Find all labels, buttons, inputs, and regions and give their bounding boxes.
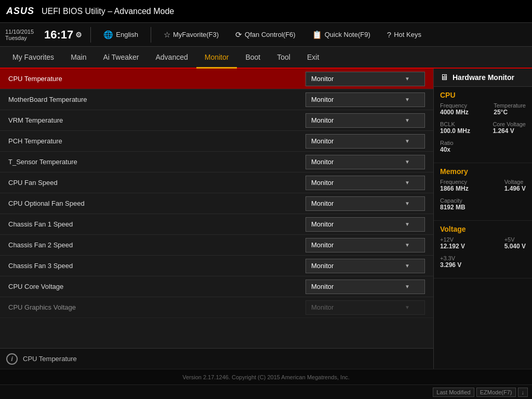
- row-select-chassis3-fan[interactable]: Monitor ▼: [305, 259, 425, 273]
- row-label-cpu-core-voltage: CPU Core Voltage: [8, 283, 305, 290]
- chevron-down-icon: ▼: [405, 138, 410, 144]
- memory-freq-row: Frequency 1866 MHz Voltage 1.496 V: [440, 179, 526, 195]
- row-select-cpu-graphics-voltage[interactable]: Monitor ▼: [305, 300, 425, 315]
- chevron-down-icon: ▼: [405, 304, 410, 310]
- row-label-cpu-temp: CPU Temperature: [8, 75, 305, 83]
- cpu-freq-row: Frequency 4000 MHz Temperature 25°C: [440, 102, 526, 119]
- nav-main[interactable]: Main: [62, 47, 95, 69]
- nav-ai-tweaker[interactable]: Ai Tweaker: [95, 47, 147, 69]
- voltage-5v-label: +5V: [504, 236, 526, 243]
- table-row[interactable]: CPU Optional Fan Speed Monitor ▼: [0, 193, 433, 214]
- table-row[interactable]: Chassis Fan 2 Speed Monitor ▼: [0, 235, 433, 256]
- footer: Version 2.17.1246. Copyright (C) 2015 Am…: [0, 369, 532, 384]
- row-select-cpu-fan[interactable]: Monitor ▼: [305, 176, 425, 190]
- row-label-tsensor-temp: T_Sensor Temperature: [8, 158, 305, 166]
- cpu-frequency-label: Frequency: [440, 102, 469, 109]
- qfan-button[interactable]: ⟳ Qfan Control(F6): [231, 28, 300, 42]
- hardware-monitor-header: 🖥 Hardware Monitor: [434, 69, 532, 87]
- cpu-ratio-value: 40x: [440, 146, 454, 153]
- navbar: My Favorites Main Ai Tweaker Advanced Mo…: [0, 47, 532, 69]
- memory-frequency-label: Frequency: [440, 179, 469, 185]
- cpu-core-voltage-label: Core Voltage: [493, 121, 526, 127]
- bottom-toolbar: Last Modified EZMode(F7) ↓: [0, 384, 532, 399]
- row-select-chassis1-fan[interactable]: Monitor ▼: [305, 217, 425, 232]
- table-row[interactable]: CPU Core Voltage Monitor ▼: [0, 276, 433, 297]
- cpu-section-title: CPU: [440, 91, 526, 99]
- memory-capacity-row: Capacity 8192 MB: [440, 197, 526, 214]
- row-label-mb-temp: MotherBoard Temperature: [8, 96, 305, 103]
- time-settings-icon[interactable]: ⚙: [75, 31, 82, 38]
- left-panel: CPU Temperature Monitor ▼ MotherBoard Te…: [0, 69, 433, 369]
- cpu-bclk-row: BCLK 100.0 MHz Core Voltage 1.264 V: [440, 121, 526, 138]
- chevron-down-icon: ▼: [405, 97, 410, 102]
- chevron-down-icon: ▼: [405, 201, 410, 206]
- hotkeys-button[interactable]: ? Hot Keys: [383, 28, 425, 41]
- nav-monitor[interactable]: Monitor: [196, 47, 237, 69]
- table-row[interactable]: MotherBoard Temperature Monitor ▼: [0, 89, 433, 110]
- chevron-down-icon: ▼: [405, 284, 410, 289]
- footer-text: Version 2.17.1246. Copyright (C) 2015 Am…: [182, 374, 350, 380]
- header-title: UEFI BIOS Utility – Advanced Mode: [42, 7, 174, 16]
- table-row[interactable]: VRM Temperature Monitor ▼: [0, 110, 433, 131]
- monitor-icon: 🖥: [440, 73, 448, 82]
- row-label-chassis1-fan: Chassis Fan 1 Speed: [8, 220, 305, 228]
- nav-advanced[interactable]: Advanced: [147, 47, 196, 69]
- exit-arrow-button[interactable]: ↓: [518, 388, 528, 397]
- chevron-down-icon: ▼: [405, 117, 410, 123]
- nav-boot[interactable]: Boot: [237, 47, 269, 69]
- voltage-section-title: Voltage: [440, 225, 526, 233]
- cpu-temperature-label: Temperature: [494, 102, 526, 109]
- cpu-core-voltage-value: 1.264 V: [493, 127, 526, 135]
- memory-voltage-value: 1.496 V: [504, 185, 526, 192]
- row-select-tsensor-temp[interactable]: Monitor ▼: [305, 155, 425, 169]
- chevron-down-icon: ▼: [405, 76, 410, 82]
- memory-section: Memory Frequency 1866 MHz Voltage 1.496 …: [434, 163, 532, 221]
- time-display: 16:17 ⚙: [44, 29, 82, 41]
- cpu-bclk-label: BCLK: [440, 121, 470, 127]
- status-bar: i CPU Temperature: [0, 348, 433, 369]
- row-select-pch-temp[interactable]: Monitor ▼: [305, 134, 425, 149]
- header: ASUS UEFI BIOS Utility – Advanced Mode: [0, 0, 532, 23]
- last-modified-button[interactable]: Last Modified: [433, 388, 474, 397]
- quicknote-button[interactable]: 📋 Quick Note(F9): [308, 28, 375, 42]
- row-select-cpu-temp[interactable]: Monitor ▼: [305, 72, 425, 86]
- ez-mode-button[interactable]: EZMode(F7): [476, 388, 516, 397]
- voltage-12v-value: 12.192 V: [440, 243, 465, 250]
- nav-exit[interactable]: Exit: [299, 47, 327, 69]
- row-select-cpu-core-voltage[interactable]: Monitor ▼: [305, 280, 425, 294]
- hotkeys-icon: ?: [387, 30, 391, 39]
- table-row[interactable]: CPU Temperature Monitor ▼: [0, 69, 433, 89]
- row-select-cpu-opt-fan[interactable]: Monitor ▼: [305, 196, 425, 211]
- myfavorite-button[interactable]: ☆ MyFavorite(F3): [159, 28, 223, 42]
- table-row[interactable]: Chassis Fan 1 Speed Monitor ▼: [0, 214, 433, 235]
- datetime-display: 11/10/2015 Tuesday: [5, 29, 34, 41]
- row-select-vrm-temp[interactable]: Monitor ▼: [305, 113, 425, 128]
- row-select-mb-temp[interactable]: Monitor ▼: [305, 92, 425, 107]
- status-text: CPU Temperature: [23, 355, 77, 363]
- chevron-down-icon: ▼: [405, 221, 410, 227]
- cpu-section: CPU Frequency 4000 MHz Temperature 25°C …: [434, 87, 532, 163]
- row-label-cpu-fan: CPU Fan Speed: [8, 179, 305, 187]
- hardware-monitor-panel: 🖥 Hardware Monitor CPU Frequency 4000 MH…: [433, 69, 532, 369]
- table-row[interactable]: Chassis Fan 3 Speed Monitor ▼: [0, 256, 433, 276]
- nav-my-favorites[interactable]: My Favorites: [4, 47, 62, 69]
- cpu-ratio-row: Ratio 40x: [440, 140, 526, 156]
- hardware-monitor-title: Hardware Monitor: [453, 73, 514, 82]
- table-row[interactable]: CPU Graphics Voltage Monitor ▼: [0, 297, 433, 318]
- cpu-temperature-value: 25°C: [494, 109, 526, 116]
- row-select-chassis2-fan[interactable]: Monitor ▼: [305, 238, 425, 252]
- divider-2: [151, 27, 151, 43]
- voltage-33v-value: 3.296 V: [440, 261, 461, 269]
- table-row[interactable]: PCH Temperature Monitor ▼: [0, 131, 433, 152]
- table-row[interactable]: CPU Fan Speed Monitor ▼: [0, 172, 433, 193]
- language-button[interactable]: 🌐 English: [99, 28, 142, 42]
- chevron-down-icon: ▼: [405, 242, 410, 248]
- voltage-12v-row: +12V 12.192 V +5V 5.040 V: [440, 236, 526, 253]
- cpu-bclk-value: 100.0 MHz: [440, 127, 470, 135]
- memory-capacity-value: 8192 MB: [440, 204, 466, 211]
- hotkeys-label: Hot Keys: [394, 31, 421, 38]
- table-row[interactable]: T_Sensor Temperature Monitor ▼: [0, 152, 433, 172]
- nav-tool[interactable]: Tool: [269, 47, 299, 69]
- language-label: English: [116, 31, 138, 38]
- divider-1: [90, 27, 91, 43]
